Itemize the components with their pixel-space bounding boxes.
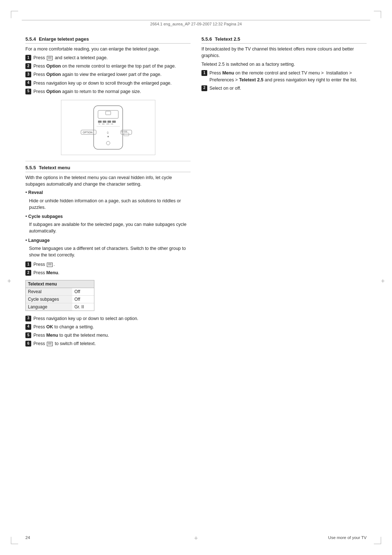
step-554-1: 1 Press and select a teletext page. [25,54,191,61]
step-badge-556-2: 2 [201,85,207,91]
bullet-reveal-title: Reveal [25,190,191,196]
reg-cross-right: + [381,278,385,285]
step-badge-1: 1 [25,55,31,61]
page-header: 2664.1 eng_aurea_AP 27-09-2007 12:32 Pag… [22,20,370,26]
section-555-intro: With the options in the teletext menu yo… [25,174,191,187]
section-555-title: Teletext menu [39,165,70,170]
section-554-steps: 1 Press and select a teletext page. 2 Pr… [25,54,191,95]
step-554-4-text: Press navigation key up or down to scrol… [33,80,191,86]
section-556-title: Teletext 2.5 [215,36,240,42]
row-label-reveal: Reveal [26,288,72,295]
bullet-language-desc: Some languages use a different set of ch… [25,245,191,258]
corner-mark-tr [374,11,381,18]
step-555-5: 5 Press Menu to quit the teletext menu. [25,332,191,339]
footer-right-text: Use more of your TV [328,535,367,540]
section-556-intro-1: If broadcasted by the TV channel this te… [201,46,367,59]
step-555-4: 4 Press OK to change a setting. [25,324,191,330]
step-555-3-text: Press navigation key up or down to selec… [33,315,191,322]
right-column: 5.5.6 Teletext 2.5 If broadcasted by the… [201,36,367,349]
section-554-title: Enlarge teletext pages [39,36,89,42]
svg-line-20 [108,133,109,134]
section-554-number: 5.5.4 [25,36,36,42]
row-label-language: Language [26,303,72,311]
svg-rect-4 [103,121,106,123]
step-badge-555-2: 2 [25,270,31,276]
remote-illustration-area: TV DIG OPE HTL OPTION C [25,100,191,155]
bullet-cycle-title: Cycle subpages [25,214,191,220]
step-554-2-text: Press Option on the remote control to en… [33,63,191,69]
svg-point-21 [106,141,110,145]
step-556-2: 2 Select on or off. [201,85,367,92]
teletext-menu-table: Teletext menu Reveal Off Cycle subpages … [25,280,94,311]
step-555-6: 6 Press to switch off teletext. [25,340,191,347]
svg-rect-3 [98,121,102,123]
row-value-cycle: Off [72,296,94,303]
step-556-1-text: Press Menu on the remote control and sel… [209,70,367,83]
step-555-1: 1 Press . [25,261,191,268]
table-row-language: Language Gr. II [26,303,94,311]
bullet-language-title: Language [25,238,191,244]
svg-text:OPTION: OPTION [83,131,93,134]
bullet-cycle: Cycle subpages If subpages are available… [25,214,191,235]
step-badge-2: 2 [25,63,31,69]
row-value-reveal: Off [72,288,94,295]
step-badge-555-5: 5 [25,332,31,338]
corner-mark-tl [11,11,18,18]
main-content: 5.5.4 Enlarge teletext pages For a more … [25,36,367,526]
section-555-number: 5.5.5 [25,165,36,170]
svg-text:TV: TV [98,123,100,125]
svg-rect-5 [107,121,111,123]
bullet-reveal-desc: Hide or unhide hidden information on a p… [25,198,191,211]
table-header: Teletext menu [26,280,94,288]
section-divider-555 [25,161,191,161]
corner-mark-br [374,537,381,544]
step-554-4: 4 Press navigation key up or down to scr… [25,80,191,86]
svg-text:HTL: HTL [111,123,114,125]
svg-rect-6 [112,121,116,123]
step-556-2-text: Select on or off. [209,85,367,92]
svg-rect-1 [98,110,118,118]
svg-rect-2 [106,111,111,115]
step-555-1-text: Press . [33,261,191,268]
step-badge-556-1: 1 [201,70,207,76]
page-footer: 24 Use more of your TV [25,535,367,540]
step-554-3-text: Press Option again to view the enlarged … [33,71,191,78]
step-badge-4: 4 [25,80,31,86]
step-555-2: 2 Press Menu. [25,270,191,276]
step-badge-3: 3 [25,72,31,77]
bullet-reveal: Reveal Hide or unhide hidden information… [25,190,191,211]
steps-555-post: 3 Press navigation key up or down to sel… [25,315,191,347]
section-556-intro-2: Teletext 2.5 is switched on as a factory… [201,61,367,68]
left-column: 5.5.4 Enlarge teletext pages For a more … [25,36,191,349]
teletext-icon-555-6 [47,342,53,346]
step-554-5: 5 Press Option again to return to the no… [25,88,191,95]
section-556: 5.5.6 Teletext 2.5 If broadcasted by the… [201,36,367,92]
bullet-language: Language Some languages use a different … [25,238,191,259]
svg-point-14 [107,136,109,137]
step-555-2-text: Press Menu. [33,270,191,276]
row-label-cycle: Cycle subpages [26,296,72,303]
step-555-6-text: Press to switch off teletext. [33,340,191,347]
svg-text:DIG: DIG [102,123,105,125]
table-row-cycle: Cycle subpages Off [26,296,94,303]
table-row-reveal: Reveal Off [26,288,94,296]
steps-555-pre: 1 Press . 2 Press Menu. [25,261,191,276]
step-554-3: 3 Press Option again to view the enlarge… [25,71,191,78]
section-556-number: 5.5.6 [201,36,212,42]
step-badge-555-4: 4 [25,324,31,330]
teletext-icon-555-1 [47,263,53,267]
step-554-1-text: Press and select a teletext page. [33,54,191,61]
step-556-1: 1 Press Menu on the remote control and s… [201,70,367,83]
step-555-3: 3 Press navigation key up or down to sel… [25,315,191,322]
steps-556: 1 Press Menu on the remote control and s… [201,70,367,91]
reg-cross-left: + [7,278,11,285]
remote-svg: TV DIG OPE HTL OPTION C [72,104,144,151]
step-554-5-text: Press Option again to return to the norm… [33,88,191,95]
section-554: 5.5.4 Enlarge teletext pages For a more … [25,36,191,95]
step-555-5-text: Press Menu to quit the teletext menu. [33,332,191,339]
section-555: 5.5.5 Teletext menu With the options in … [25,165,191,347]
svg-text:OPE: OPE [106,123,110,125]
section-554-intro: For a more comfortable reading, you can … [25,46,191,52]
corner-mark-bl [11,537,18,544]
bullet-cycle-desc: If subpages are available for the select… [25,221,191,234]
